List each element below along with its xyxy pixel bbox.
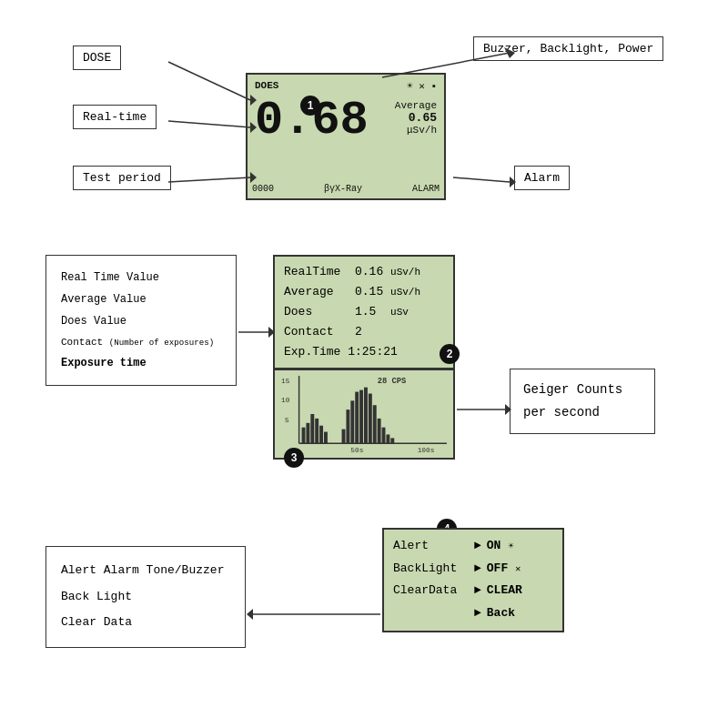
- testperiod-label: Test period: [83, 171, 161, 185]
- svg-rect-21: [315, 419, 318, 443]
- menu-arrow-cleardata: ►: [474, 580, 481, 602]
- info-line-1: Real Time Value: [61, 267, 221, 288]
- lcd-unit: μSv/h: [395, 125, 437, 136]
- lcd-avg-label: Average: [395, 100, 437, 111]
- geiger-line-1: Geiger Counts: [523, 379, 642, 401]
- menu-icon-backlight: ✕: [515, 561, 521, 578]
- dose-label: DOSE: [83, 51, 111, 65]
- svg-text:50s: 50s: [350, 446, 363, 454]
- info-line-2: Average Value: [61, 288, 221, 310]
- lcd-bottom-mid: βγX-Ray: [324, 184, 362, 194]
- badge-1: 1: [300, 96, 320, 116]
- menu-label-alert: Alert: [393, 535, 470, 558]
- lcd-screen: DOES ☀ ✕ ▪ 0.68 Average 0.65 μSv/h 0000 …: [246, 73, 446, 200]
- svg-rect-29: [364, 388, 368, 444]
- svg-rect-19: [306, 423, 309, 443]
- dose-box: DOSE: [73, 46, 121, 70]
- menu-value-backlight: OFF: [487, 558, 508, 581]
- svg-rect-23: [324, 432, 328, 444]
- menu-value-alert: ON: [487, 535, 501, 558]
- data-row-2: Average 0.15 uSv/h: [284, 282, 444, 302]
- info-line-3: Does Value: [61, 310, 221, 332]
- svg-rect-33: [382, 428, 386, 444]
- lcd-unit-area: Average 0.65 μSv/h: [395, 100, 437, 136]
- info-line-5: Exposure time: [61, 352, 221, 374]
- svg-rect-32: [378, 419, 381, 443]
- svg-rect-18: [302, 428, 306, 444]
- alert-line-1: Alert Alarm Tone/Buzzer: [61, 558, 230, 584]
- svg-line-4: [168, 177, 250, 182]
- data-display: RealTime 0.16 uSv/h Average 0.15 uSv/h D…: [273, 255, 455, 369]
- data-row-1: RealTime 0.16 uSv/h: [284, 262, 444, 282]
- alert-line-2: Back Light: [61, 584, 230, 611]
- lcd-bottom-right: ALARM: [412, 184, 440, 194]
- menu-display: Alert ► ON ☀ BackLight ► OFF ✕ ClearData…: [382, 528, 564, 632]
- lcd-top-left: DOES: [255, 80, 278, 92]
- lcd-bottom-left: 0000: [252, 184, 274, 194]
- chart-box: 15 10 5 50s 100s 28 CPS: [273, 369, 455, 460]
- menu-value-cleardata: CLEAR: [487, 580, 522, 602]
- badge-2: 2: [440, 344, 460, 364]
- menu-value-back: Back: [487, 602, 515, 625]
- badge-3: 3: [284, 448, 304, 468]
- menu-label-cleardata: ClearData: [393, 580, 470, 602]
- alarm-box: Alarm: [514, 166, 570, 190]
- info-text-box: Real Time Value Average Value Does Value…: [46, 255, 237, 386]
- svg-rect-22: [319, 426, 323, 444]
- svg-rect-25: [346, 410, 349, 443]
- buzzer-label: Buzzer, Backlight, Power: [483, 42, 653, 56]
- svg-rect-27: [355, 392, 359, 444]
- menu-row-alert: Alert ► ON ☀: [393, 535, 553, 558]
- svg-text:5: 5: [285, 416, 289, 424]
- svg-line-6: [453, 177, 510, 182]
- menu-arrow-backlight: ►: [474, 558, 481, 581]
- menu-icon-alert: ☀: [508, 538, 513, 555]
- lcd-bottom-row: 0000 βγX-Ray ALARM: [252, 184, 440, 194]
- svg-line-0: [168, 62, 250, 100]
- menu-arrow-alert: ►: [474, 535, 481, 558]
- lcd-top-row: DOES ☀ ✕ ▪: [255, 80, 437, 92]
- alert-text-box: Alert Alarm Tone/Buzzer Back Light Clear…: [46, 546, 246, 648]
- svg-text:15: 15: [281, 377, 290, 385]
- svg-text:28 CPS: 28 CPS: [378, 377, 407, 386]
- info-line-4: Contact (Number of exposures): [61, 332, 221, 352]
- svg-rect-35: [390, 438, 394, 443]
- svg-rect-31: [373, 405, 377, 443]
- svg-marker-41: [247, 609, 253, 620]
- data-row-3: Does 1.5 uSv: [284, 302, 444, 322]
- menu-arrow-back: ►: [474, 602, 481, 625]
- data-row-4: Contact 2: [284, 322, 444, 342]
- chart-svg: 15 10 5 50s 100s 28 CPS: [278, 374, 450, 454]
- geiger-line-2: per second: [523, 401, 642, 424]
- menu-row-cleardata[interactable]: ClearData ► CLEAR: [393, 580, 553, 602]
- svg-rect-24: [342, 430, 346, 444]
- menu-label-backlight: BackLight: [393, 558, 470, 581]
- data-row-5: Exp.Time 1:25:21: [284, 342, 444, 362]
- realtime-box: Real-time: [73, 105, 157, 129]
- alert-line-3: Clear Data: [61, 610, 230, 636]
- menu-row-back[interactable]: ► Back: [393, 602, 553, 625]
- alarm-label: Alarm: [524, 171, 560, 185]
- svg-line-2: [168, 121, 250, 127]
- lcd-top-icons: ☀ ✕ ▪: [407, 80, 437, 92]
- realtime-label: Real-time: [83, 110, 147, 124]
- lcd-avg-value: 0.65: [395, 111, 437, 125]
- testperiod-box: Test period: [73, 166, 171, 190]
- svg-rect-20: [310, 414, 314, 443]
- buzzer-box: Buzzer, Backlight, Power: [473, 36, 663, 61]
- geiger-box: Geiger Counts per second: [510, 369, 655, 434]
- menu-row-backlight[interactable]: BackLight ► OFF ✕: [393, 558, 553, 581]
- svg-rect-28: [359, 390, 363, 444]
- svg-rect-30: [369, 394, 372, 444]
- svg-text:10: 10: [281, 396, 290, 404]
- svg-rect-26: [350, 400, 354, 443]
- svg-rect-34: [386, 434, 389, 443]
- svg-text:100s: 100s: [418, 446, 435, 454]
